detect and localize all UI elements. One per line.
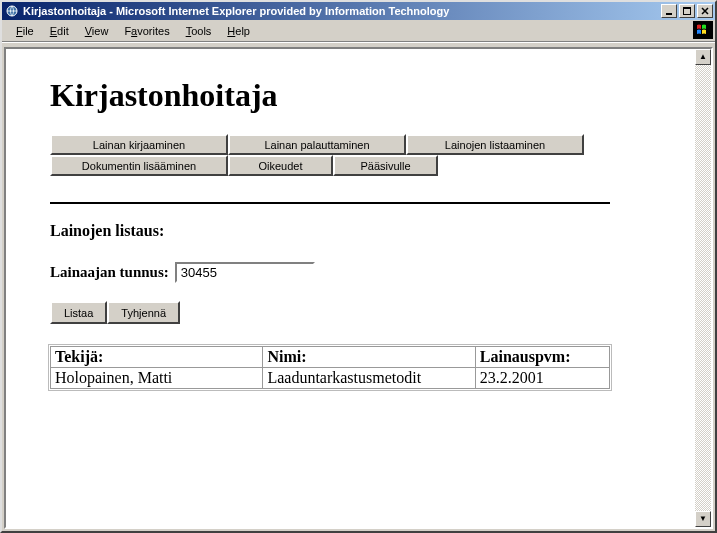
toolbar-divider (2, 42, 715, 45)
ie-icon (4, 3, 20, 19)
section-title: Lainojen listaus: (50, 222, 655, 240)
ie-window: Kirjastonhoitaja - Microsoft Internet Ex… (0, 0, 717, 533)
menu-favorites[interactable]: Favorites (116, 23, 177, 39)
cell-date: 23.2.2001 (475, 368, 609, 389)
table-row: Holopainen, Matti Laaduntarkastusmetodit… (51, 368, 610, 389)
action-row: Listaa Tyhjennä (50, 301, 655, 324)
scroll-up-button[interactable]: ▲ (695, 49, 711, 65)
nav-oikeudet[interactable]: Oikeudet (228, 155, 333, 176)
menu-help[interactable]: Help (219, 23, 258, 39)
nav-lainan-kirjaaminen[interactable]: Lainan kirjaaminen (50, 134, 228, 155)
minimize-button[interactable] (661, 4, 677, 18)
menu-file[interactable]: File (8, 23, 42, 39)
col-author: Tekijä: (51, 347, 263, 368)
nav-lainan-palauttaminen[interactable]: Lainan palauttaminen (228, 134, 406, 155)
content-frame: Kirjastonhoitaja Lainan kirjaaminen Lain… (4, 47, 713, 529)
menu-edit[interactable]: Edit (42, 23, 77, 39)
col-date: Lainauspvm: (475, 347, 609, 368)
scroll-down-button[interactable]: ▼ (695, 511, 711, 527)
separator (50, 202, 610, 204)
clear-button[interactable]: Tyhjennä (107, 301, 180, 324)
menubar: File Edit View Favorites Tools Help (2, 20, 715, 42)
titlebar: Kirjastonhoitaja - Microsoft Internet Ex… (2, 2, 715, 20)
scroll-track[interactable] (695, 65, 711, 511)
page-title: Kirjastonhoitaja (50, 77, 655, 114)
nav-buttons: Lainan kirjaaminen Lainan palauttaminen … (50, 134, 655, 176)
cell-title: Laaduntarkastusmetodit (263, 368, 475, 389)
cell-author: Holopainen, Matti (51, 368, 263, 389)
page-viewport: Kirjastonhoitaja Lainan kirjaaminen Lain… (6, 49, 695, 527)
windows-logo-icon (693, 21, 713, 39)
borrower-id-input[interactable] (175, 262, 315, 283)
col-title: Nimi: (263, 347, 475, 368)
nav-lainojen-listaaminen[interactable]: Lainojen listaaminen (406, 134, 584, 155)
results-table: Tekijä: Nimi: Lainauspvm: Holopainen, Ma… (50, 346, 610, 389)
vertical-scrollbar[interactable]: ▲ ▼ (695, 49, 711, 527)
maximize-button[interactable] (679, 4, 695, 18)
svg-rect-1 (666, 13, 672, 15)
table-header-row: Tekijä: Nimi: Lainauspvm: (51, 347, 610, 368)
nav-paasivulle[interactable]: Pääsivulle (333, 155, 438, 176)
chevron-down-icon: ▼ (699, 515, 707, 523)
close-button[interactable] (697, 4, 713, 18)
menu-view[interactable]: View (77, 23, 117, 39)
menu-tools[interactable]: Tools (178, 23, 220, 39)
list-button[interactable]: Listaa (50, 301, 107, 324)
chevron-up-icon: ▲ (699, 53, 707, 61)
borrower-id-row: Lainaajan tunnus: (50, 262, 655, 283)
nav-dokumentin-lisaaminen[interactable]: Dokumentin lisääminen (50, 155, 228, 176)
window-title: Kirjastonhoitaja - Microsoft Internet Ex… (23, 5, 661, 17)
svg-rect-3 (683, 7, 691, 9)
borrower-id-label: Lainaajan tunnus: (50, 264, 169, 281)
